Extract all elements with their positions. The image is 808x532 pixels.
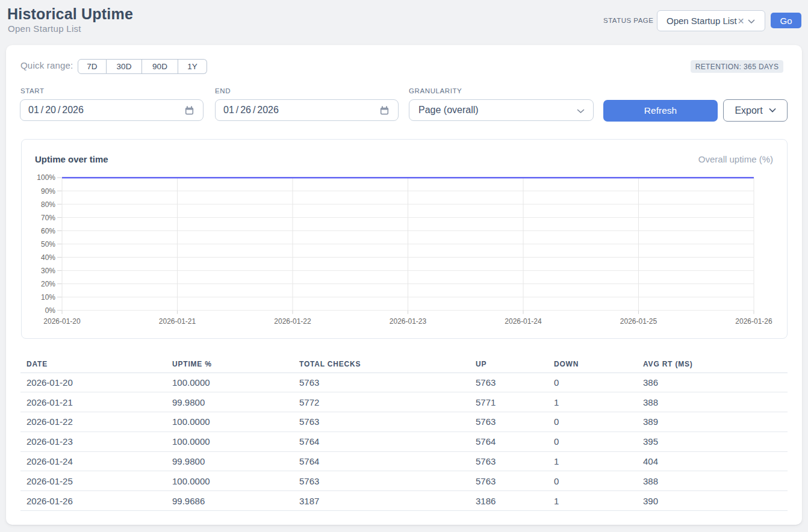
svg-text:2026-01-20: 2026-01-20	[43, 317, 81, 326]
svg-text:90%: 90%	[41, 187, 55, 196]
svg-text:2026-01-21: 2026-01-21	[159, 317, 196, 326]
svg-text:2026-01-26: 2026-01-26	[735, 317, 772, 326]
svg-text:0%: 0%	[45, 306, 56, 315]
svg-text:2026-01-25: 2026-01-25	[620, 317, 657, 326]
svg-text:10%: 10%	[41, 293, 55, 302]
svg-text:60%: 60%	[41, 227, 55, 235]
svg-text:2026-01-22: 2026-01-22	[274, 317, 311, 326]
svg-text:100%: 100%	[37, 173, 55, 182]
svg-text:50%: 50%	[41, 240, 55, 249]
svg-text:70%: 70%	[41, 214, 55, 222]
svg-text:2026-01-23: 2026-01-23	[390, 317, 427, 326]
svg-text:40%: 40%	[41, 253, 55, 262]
svg-text:80%: 80%	[41, 200, 55, 209]
svg-text:30%: 30%	[41, 267, 55, 275]
svg-text:20%: 20%	[41, 280, 55, 288]
svg-text:2026-01-24: 2026-01-24	[505, 317, 542, 326]
